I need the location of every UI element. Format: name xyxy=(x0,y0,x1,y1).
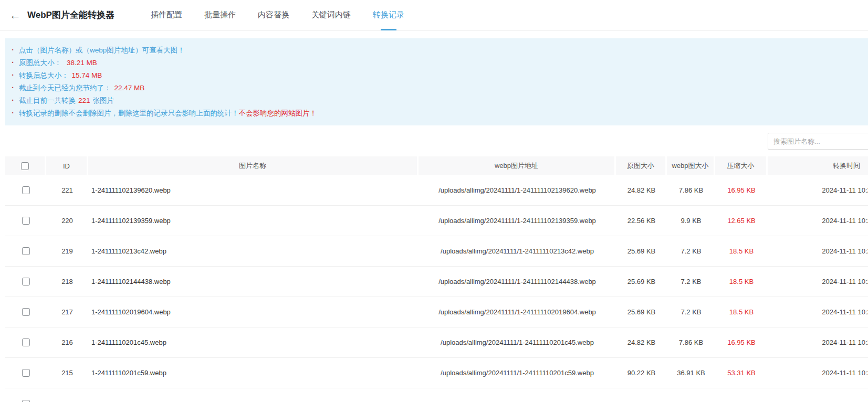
tab-bar: 插件配置 批量操作 内容替换 关键词内链 转换记录 xyxy=(130,0,406,30)
row-checkbox-cell xyxy=(5,217,46,225)
tab-plugin-config[interactable]: 插件配置 xyxy=(149,0,184,30)
bullet-icon: · xyxy=(12,44,19,56)
count-suffix: 张图片 xyxy=(93,94,114,107)
row-saved-size: 12.65 KB xyxy=(715,217,768,225)
delete-warning-text: 不会影响您的网站图片！ xyxy=(239,107,317,119)
row-image-name-link[interactable]: 1-241111102139359.webp xyxy=(88,217,419,225)
notice-line-original-total: · 原图总大小： 38.21 MB xyxy=(12,56,860,69)
table-row: 218 1-241111102144438.webp /uploads/alli… xyxy=(5,267,868,297)
row-id: 218 xyxy=(46,278,88,285)
row-conversion-time: 2024-11-11 10:2 xyxy=(768,308,868,316)
original-total-label: 原图总大小： xyxy=(19,57,61,69)
row-image-name-link[interactable]: 1-241111102139620.webp xyxy=(88,186,419,194)
table-row: 216 1-24111110201c45.webp /uploads/allim… xyxy=(5,327,868,358)
row-conversion-time: 2024-11-11 10:2 xyxy=(768,369,868,377)
row-webp-size: 7.2 KB xyxy=(667,247,715,255)
row-saved-size: 16.95 KB xyxy=(715,338,768,346)
row-image-name-link[interactable]: 1-241111102019604.webp xyxy=(88,308,419,316)
bullet-icon: · xyxy=(12,56,19,68)
tab-content-replace[interactable]: 内容替换 xyxy=(256,0,291,30)
row-checkbox-cell xyxy=(5,247,46,255)
column-header-time: 转换时间 xyxy=(768,156,868,175)
row-checkbox-cell xyxy=(5,338,46,346)
row-checkbox[interactable] xyxy=(22,308,30,316)
saved-total-value: 22.47 MB xyxy=(114,82,145,94)
row-webp-size: 36.91 KB xyxy=(667,369,715,377)
row-webp-url-link[interactable]: /uploads/allimg/20241111/1-24111110201c5… xyxy=(419,369,616,377)
back-arrow-icon[interactable]: ← xyxy=(9,9,21,21)
column-header-saved-size: 压缩大小 xyxy=(715,156,768,175)
saved-total-label: 截止到今天已经为您节约了： xyxy=(19,82,111,94)
bullet-icon: · xyxy=(12,69,19,81)
conversion-records-table: ID 图片名称 webp图片地址 原图大小 webp图大小 压缩大小 转换时间 … xyxy=(5,156,868,402)
row-webp-size: 7.86 KB xyxy=(667,186,715,194)
row-image-name-link[interactable]: 1-24111110201c45.webp xyxy=(88,338,419,346)
row-original-size: 24.82 KB xyxy=(616,186,667,194)
table-row: 221 1-241111102139620.webp /uploads/alli… xyxy=(5,175,868,206)
row-webp-url-link[interactable]: /uploads/allimg/20241111/1-24111110201c4… xyxy=(419,338,616,346)
row-webp-size: 7.2 KB xyxy=(667,278,715,285)
stats-notice-box: · 点击（图片名称）或（webp图片地址）可查看大图！ · 原图总大小： 38.… xyxy=(5,38,868,125)
select-all-checkbox[interactable] xyxy=(21,162,29,170)
notice-line-converted-total: · 转换后总大小： 15.74 MB xyxy=(12,69,860,81)
row-conversion-time: 2024-11-11 10:2 xyxy=(768,338,868,346)
row-checkbox[interactable] xyxy=(22,338,30,346)
row-conversion-time: 2024-11-11 10:2 xyxy=(768,278,868,285)
table-body: 221 1-241111102139620.webp /uploads/alli… xyxy=(5,175,868,388)
table-row: 220 1-241111102139359.webp /uploads/alli… xyxy=(5,206,868,236)
row-webp-url-link[interactable]: /uploads/allimg/20241111/1-2411111021393… xyxy=(419,217,616,225)
table-row: 219 1-24111110213c42.webp /uploads/allim… xyxy=(5,236,868,267)
converted-total-value: 15.74 MB xyxy=(72,69,102,81)
bullet-icon: · xyxy=(12,94,19,106)
row-saved-size: 18.5 KB xyxy=(715,247,768,255)
header-checkbox-cell xyxy=(5,156,46,175)
row-checkbox[interactable] xyxy=(22,247,30,255)
table-row: 215 1-24111110201c59.webp /uploads/allim… xyxy=(5,358,868,388)
table-toolbar xyxy=(0,133,868,150)
row-saved-size: 16.95 KB xyxy=(715,186,768,194)
row-checkbox-cell xyxy=(5,186,46,194)
topbar: ← WebP图片全能转换器 插件配置 批量操作 内容替换 关键词内链 转换记录 xyxy=(0,0,868,30)
row-checkbox[interactable] xyxy=(22,400,30,402)
row-image-name-link[interactable]: 1-241111102144438.webp xyxy=(88,278,419,285)
row-id: 220 xyxy=(46,217,88,225)
row-image-name-link[interactable]: 1-24111110213c42.webp xyxy=(88,247,419,255)
row-id: 221 xyxy=(46,186,88,194)
row-conversion-time: 2024-11-11 10:2 xyxy=(768,217,868,225)
row-original-size: 25.69 KB xyxy=(616,278,667,285)
notice-line-delete-warning: · 转换记录的删除不会删除图片，删除这里的记录只会影响上面的统计！ 不会影响您的… xyxy=(12,107,860,119)
tab-keyword-links[interactable]: 关键词内链 xyxy=(310,0,352,30)
notice-tip-text: 点击（图片名称）或（webp图片地址）可查看大图！ xyxy=(19,44,185,56)
tab-conversion-records[interactable]: 转换记录 xyxy=(371,0,406,30)
row-checkbox[interactable] xyxy=(22,217,30,225)
column-header-id: ID xyxy=(46,156,88,175)
row-checkbox[interactable] xyxy=(22,278,30,285)
bullet-icon: · xyxy=(12,107,19,119)
row-webp-url-link[interactable]: /uploads/allimg/20241111/1-2411111020196… xyxy=(419,308,616,316)
notice-line-count: · 截止目前一共转换 221 张图片 xyxy=(12,94,860,107)
row-webp-url-link[interactable]: /uploads/allimg/20241111/1-24111110213c4… xyxy=(419,247,616,255)
original-total-value: 38.21 MB xyxy=(67,57,97,69)
row-original-size: 22.56 KB xyxy=(616,217,667,225)
row-webp-size: 7.2 KB xyxy=(667,308,715,316)
row-conversion-time: 2024-11-11 10:2 xyxy=(768,247,868,255)
row-webp-url-link[interactable]: /uploads/allimg/20241111/1-2411111021396… xyxy=(419,186,616,194)
converted-total-label: 转换后总大小： xyxy=(19,69,69,81)
row-image-name-link[interactable]: 1-24111110201c59.webp xyxy=(88,369,419,377)
row-original-size: 24.82 KB xyxy=(616,338,667,346)
row-conversion-time: 2024-11-11 10:2 xyxy=(768,186,868,194)
search-input[interactable] xyxy=(768,133,868,150)
column-header-name: 图片名称 xyxy=(88,156,419,175)
row-webp-url-link[interactable]: /uploads/allimg/20241111/1-2411111021444… xyxy=(419,278,616,285)
row-saved-size: 18.5 KB xyxy=(715,278,768,285)
count-prefix: 截止目前一共转换 xyxy=(19,94,76,107)
bullet-icon: · xyxy=(12,81,19,93)
row-original-size: 25.69 KB xyxy=(616,247,667,255)
tab-batch-ops[interactable]: 批量操作 xyxy=(203,0,237,30)
row-checkbox[interactable] xyxy=(22,186,30,194)
row-checkbox[interactable] xyxy=(22,369,30,377)
row-saved-size: 18.5 KB xyxy=(715,308,768,316)
table-header-row: ID 图片名称 webp图片地址 原图大小 webp图大小 压缩大小 转换时间 xyxy=(5,156,868,175)
row-checkbox-cell xyxy=(5,308,46,316)
row-checkbox-cell xyxy=(5,278,46,285)
